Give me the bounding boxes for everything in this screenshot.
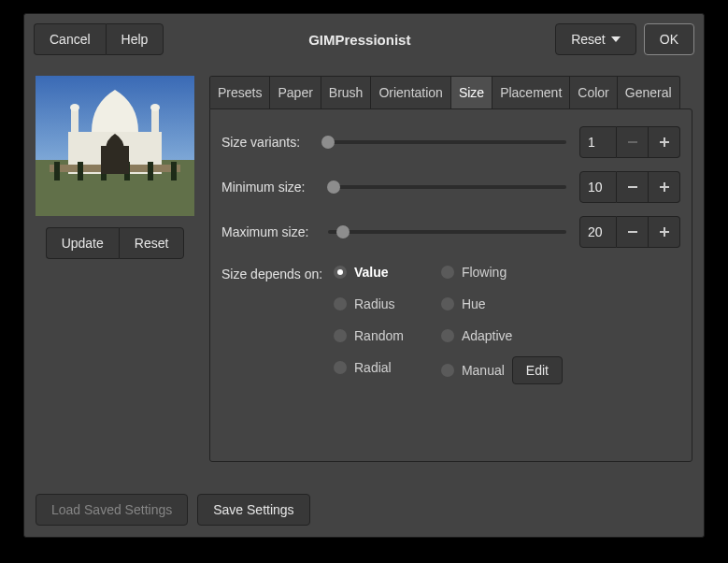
svg-rect-21	[628, 231, 637, 233]
svg-rect-20	[664, 182, 665, 192]
save-settings-button[interactable]: Save Settings	[197, 494, 309, 526]
radio-flowing[interactable]: Flowing	[441, 261, 563, 283]
minimum-size-input[interactable]	[579, 171, 617, 203]
radio-hue[interactable]: Hue	[441, 293, 563, 315]
maximum-size-slider[interactable]	[322, 224, 572, 240]
radio-icon	[441, 329, 454, 342]
svg-rect-3	[71, 108, 79, 160]
radio-label: Manual	[462, 363, 505, 378]
size-variants-slider[interactable]	[322, 134, 572, 151]
dialog-title: GIMPressionist	[171, 32, 548, 48]
radio-label: Adaptive	[462, 328, 512, 343]
radio-label: Radial	[354, 360, 392, 375]
tab-size[interactable]: Size	[451, 77, 492, 108]
preview-reset-button[interactable]: Reset	[119, 227, 185, 259]
size-variants-increment[interactable]	[649, 126, 680, 158]
svg-rect-13	[171, 162, 177, 180]
svg-point-6	[150, 104, 160, 111]
svg-rect-18	[628, 186, 637, 188]
minimum-size-decrement[interactable]	[617, 171, 649, 203]
dialog: Cancel Help GIMPressionist Reset OK	[23, 13, 705, 538]
update-button[interactable]: Update	[46, 227, 119, 259]
minimum-size-slider[interactable]	[322, 179, 572, 195]
radio-icon	[441, 364, 454, 377]
svg-rect-15	[628, 141, 637, 143]
cancel-button[interactable]: Cancel	[34, 23, 106, 55]
radio-adaptive[interactable]: Adaptive	[441, 325, 563, 347]
radio-label: Random	[354, 328, 404, 343]
radio-random[interactable]: Random	[334, 325, 404, 347]
tab-paper[interactable]: Paper	[270, 77, 321, 108]
tab-presets[interactable]: Presets	[210, 77, 270, 108]
size-depends-label: Size depends on:	[221, 261, 324, 384]
svg-rect-17	[664, 137, 665, 147]
maximum-size-label: Maximum size:	[221, 224, 315, 239]
radio-icon	[334, 329, 347, 342]
chevron-down-icon	[611, 36, 621, 42]
edit-button[interactable]: Edit	[512, 356, 563, 384]
size-variants-decrement[interactable]	[617, 126, 649, 158]
size-variants-input[interactable]	[579, 126, 617, 158]
radio-radius[interactable]: Radius	[334, 293, 404, 315]
tab-brush[interactable]: Brush	[321, 77, 372, 108]
radio-value[interactable]: Value	[334, 261, 404, 283]
radio-icon	[334, 361, 347, 374]
radio-radial[interactable]: Radial	[334, 356, 404, 379]
reset-dropdown-button[interactable]: Reset	[555, 23, 636, 55]
tab-strip: PresetsPaperBrushOrientationSizePlacemen…	[209, 76, 680, 108]
titlebar: Cancel Help GIMPressionist Reset OK	[24, 14, 704, 65]
tab-panel-size: Size variants: Minimum size:	[209, 108, 692, 462]
maximum-size-input[interactable]	[579, 216, 617, 248]
radio-icon	[441, 266, 454, 279]
radio-label: Radius	[354, 296, 395, 311]
tab-orientation[interactable]: Orientation	[371, 77, 450, 108]
svg-rect-9	[78, 162, 83, 180]
preview-image	[36, 76, 194, 216]
tab-general[interactable]: General	[618, 77, 679, 108]
radio-label: Hue	[462, 296, 486, 311]
svg-rect-8	[54, 162, 60, 180]
load-saved-settings-button[interactable]: Load Saved Settings	[36, 494, 188, 526]
radio-label: Flowing	[462, 265, 507, 280]
svg-rect-12	[148, 162, 153, 180]
minimum-size-increment[interactable]	[649, 171, 680, 203]
tab-color[interactable]: Color	[570, 77, 617, 108]
radio-manual[interactable]: Manual	[441, 359, 505, 382]
tab-placement[interactable]: Placement	[492, 77, 570, 108]
radio-icon	[334, 266, 347, 279]
maximum-size-increment[interactable]	[649, 216, 680, 248]
help-button[interactable]: Help	[106, 23, 164, 55]
radio-icon	[441, 297, 454, 310]
radio-icon	[334, 297, 347, 310]
svg-point-5	[70, 104, 79, 111]
ok-button[interactable]: OK	[644, 23, 694, 55]
svg-rect-23	[664, 227, 665, 237]
size-variants-label: Size variants:	[221, 135, 315, 150]
minimum-size-label: Minimum size:	[221, 180, 315, 195]
svg-rect-4	[151, 108, 159, 160]
maximum-size-decrement[interactable]	[617, 216, 649, 248]
radio-label: Value	[354, 265, 389, 280]
